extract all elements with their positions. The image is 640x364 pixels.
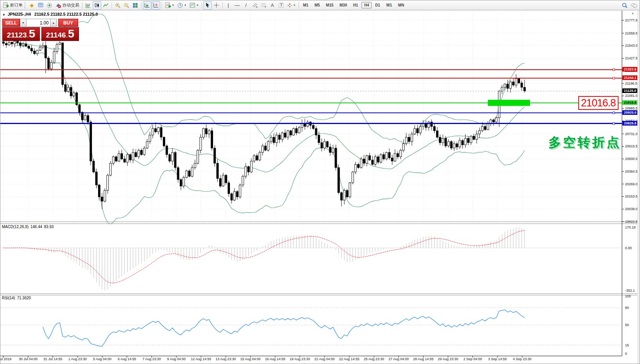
scroll-up-icon[interactable]: ▲ [631, 11, 634, 15]
templates-button[interactable]: ▼ [188, 1, 200, 10]
candlestick-chart-button[interactable] [93, 1, 101, 10]
sell-button[interactable]: SELL [2, 19, 20, 27]
horizontal-line-icon: — [235, 3, 240, 8]
rsi-name: RSI(14) [2, 296, 15, 300]
trendline-button[interactable]: / [242, 1, 250, 10]
time-axis-label: 25 Aug 23:30 [364, 357, 384, 361]
indicators-button[interactable]: ▼ [164, 1, 176, 10]
timeframe-m15-button[interactable]: M15 [323, 2, 336, 8]
time-axis-label: 2 Sep 04:00 [463, 357, 482, 361]
cursor-button[interactable] [203, 1, 212, 10]
price-tick-label: 20384.5 [625, 170, 638, 173]
equidistant-channel-icon: E [252, 2, 258, 8]
chart-canvas[interactable] [0, 11, 640, 364]
svg-text:F: F [265, 6, 266, 8]
arrows-button[interactable]: ▼ [286, 1, 297, 10]
new-order-label: 新订单 [10, 2, 23, 8]
zoom-out-button[interactable] [122, 1, 131, 10]
auto-scroll-icon [144, 2, 150, 8]
chart-shift-button[interactable] [152, 1, 160, 10]
periods-button[interactable]: ▼ [176, 1, 188, 10]
time-axis-label: 6 Aug 14:55 [118, 357, 136, 361]
horizontal-line-button[interactable]: — [233, 1, 241, 10]
equidistant-channel-button[interactable]: E [251, 1, 259, 10]
rsi-axis-label: 0 [625, 352, 627, 356]
auto-scroll-button[interactable] [143, 1, 151, 10]
time-axis-label: 8 Jul 2019 [0, 357, 11, 361]
time-axis-label: 5 Aug 04:00 [93, 357, 112, 361]
chevron-down-icon: ▼ [184, 4, 187, 7]
one-click-trading-panel: SELL ▼ ▲ BUY 21123.5 21146.5 [2, 19, 79, 41]
volume-up-button[interactable]: ▲ [50, 19, 57, 27]
timeframe-m5-button[interactable]: M5 [312, 2, 323, 8]
crosshair-button[interactable] [212, 1, 221, 10]
auto-trading-button[interactable]: 自动交易 [54, 1, 80, 10]
price-tick-label: 20615.5 [625, 144, 638, 148]
price-line-badge: 21125.0 [622, 88, 638, 93]
chart-title: ▲ JPN225-,H4 21162.5 21182.5 21122.5 211… [2, 12, 98, 16]
macd-main-value: 146.44 [30, 225, 42, 229]
price-tick-label: 21543.0 [625, 44, 638, 47]
timeframe-d1-button[interactable]: D1 [373, 2, 383, 8]
time-axis-label: 19 Aug 23:30 [290, 357, 310, 361]
symbol-triangle-icon: ▲ [2, 13, 5, 16]
text-icon: A [271, 3, 274, 8]
ask-dot: . [66, 33, 68, 39]
text-label-button[interactable]: T [277, 1, 286, 10]
bid-price-box[interactable]: 21123.5 [2, 27, 40, 41]
new-order-button[interactable]: 新订单 [2, 1, 24, 10]
macd-label: MACD(12,26,9)146.4483.93 [2, 225, 54, 229]
zoom-in-button[interactable] [113, 1, 122, 10]
price-tick-label: 19922.5 [625, 220, 638, 224]
tile-windows-button[interactable] [131, 1, 139, 10]
time-axis-label: 13 Aug 23:30 [216, 357, 236, 361]
timeframe-m30-button[interactable]: M30 [337, 2, 350, 8]
crosshair-icon [213, 2, 219, 8]
chevron-down-icon: ▼ [293, 4, 296, 7]
price-tick-label: 20153.5 [625, 194, 638, 198]
line-chart-button[interactable] [102, 1, 110, 10]
vertical-line-button[interactable]: | [224, 1, 233, 10]
volume-down-button[interactable]: ▼ [20, 19, 26, 27]
price-line-badge: 21244.1 [622, 75, 638, 80]
bid-frac: 5 [29, 29, 35, 39]
trendline-icon: / [245, 3, 247, 8]
rsi-axis-label: 80 [625, 306, 629, 310]
fibonacci-button[interactable]: F [259, 1, 268, 10]
timeframe-m1-button[interactable]: M1 [300, 2, 311, 8]
timeframe-w1-button[interactable]: W1 [384, 2, 395, 8]
toolbar-separator [112, 2, 112, 8]
chinese-annotation-text: 多空转折点 [548, 134, 621, 151]
rsi-value: 71.3620 [17, 296, 31, 300]
ask-price-box[interactable]: 21146.5 [41, 27, 79, 41]
volume-input[interactable] [26, 19, 50, 27]
time-axis-label: 3 Sep 14:55 [488, 357, 507, 361]
price-tick-label: 21427.5 [625, 56, 638, 60]
macd-name: MACD(12,26,9) [2, 225, 28, 229]
arrows-icon [287, 3, 292, 8]
text-button[interactable]: A [268, 1, 277, 10]
cursor-icon [205, 2, 210, 8]
bar-chart-icon [85, 2, 91, 8]
timeframe-h1-button[interactable]: H1 [350, 2, 361, 8]
search-button[interactable] [620, 1, 629, 10]
timeframe-h4-button[interactable]: H4 [361, 2, 372, 8]
market-watch-button[interactable]: ◆ [28, 1, 36, 10]
trade-prices-row: 21123.5 21146.5 [2, 27, 79, 41]
time-axis-label: 29 Aug 23:30 [438, 357, 458, 361]
tile-windows-icon [132, 2, 138, 8]
time-axis-label: 27 Aug 04:00 [389, 357, 409, 361]
right-scrollbar[interactable] [637, 11, 640, 364]
buy-button[interactable]: BUY [58, 19, 78, 27]
data-window-button[interactable] [36, 1, 45, 10]
bar-chart-button[interactable] [84, 1, 92, 10]
chat-button[interactable] [629, 1, 638, 10]
navigator-button[interactable] [45, 1, 54, 10]
rsi-axis-label: 15 [625, 343, 629, 347]
time-axis-label: 22 Aug 14:55 [339, 357, 359, 361]
fibonacci-icon: F [261, 2, 267, 8]
line-chart-icon [103, 2, 109, 8]
price-callout-box[interactable]: 21016.8 [578, 96, 619, 110]
timeframe-mn-button[interactable]: MN [395, 2, 407, 8]
time-axis-label: 12 Aug 14:55 [191, 357, 211, 361]
